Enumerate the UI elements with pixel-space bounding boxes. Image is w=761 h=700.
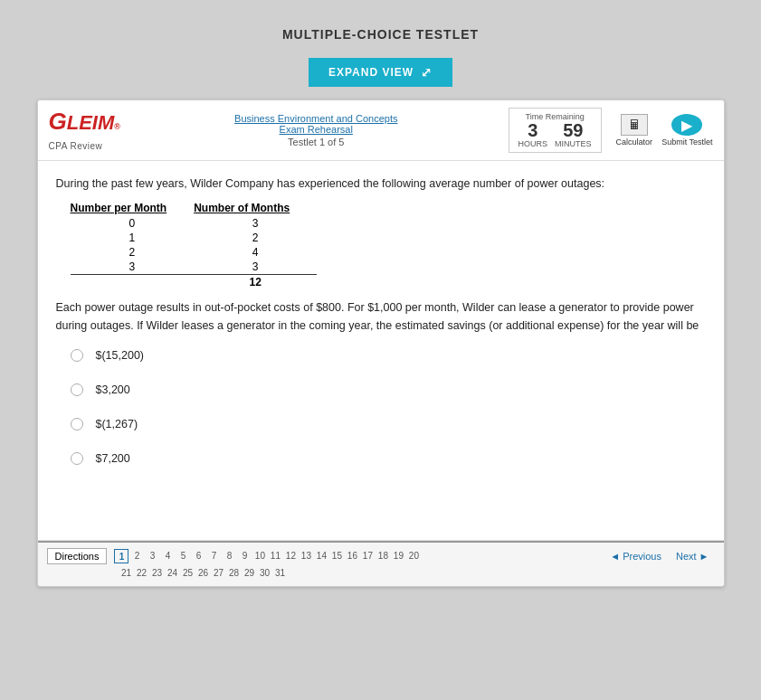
page-num-19[interactable]: 19 — [391, 549, 405, 563]
page-num-6[interactable]: 6 — [191, 549, 205, 563]
page-num-17[interactable]: 17 — [360, 549, 375, 563]
option-label-D: $7,200 — [96, 452, 130, 465]
submit-label: Submit Testlet — [661, 137, 712, 147]
minutes-display: 59 MINUTES — [555, 121, 592, 148]
question-area: During the past few years, Wilder Compan… — [38, 161, 724, 541]
expand-icon: ⤢ — [421, 65, 433, 80]
page-num-9[interactable]: 9 — [237, 549, 252, 563]
gleim-logo: GLEIM® — [49, 109, 120, 142]
page-num-7[interactable]: 7 — [206, 549, 221, 563]
exam-info: Business Environment and Concepts Exam R… — [138, 113, 494, 148]
time-values: 3 HOURS 59 MINUTES — [518, 121, 592, 148]
col1-cell: 2 — [71, 245, 195, 260]
nav-row-1: Directions 12345678910111213141516171819… — [47, 548, 715, 564]
option-label-C: $(1,267) — [96, 418, 138, 430]
logo-subtitle: CPA Review — [49, 141, 120, 151]
next-button[interactable]: Next ► — [671, 549, 715, 563]
option-C[interactable]: $(1,267) — [56, 418, 706, 430]
page-num-8[interactable]: 8 — [222, 549, 236, 563]
page-num-24[interactable]: 24 — [166, 566, 180, 581]
table-row: 12 — [71, 231, 318, 245]
calculator-label: Calculator — [616, 137, 653, 147]
calculator-button[interactable]: 🖩 Calculator — [616, 114, 653, 147]
table-row: 24 — [71, 245, 318, 260]
col2-cell: 4 — [194, 245, 317, 260]
col1-cell: 3 — [71, 260, 195, 275]
page-num-30[interactable]: 30 — [258, 566, 272, 581]
radio-D[interactable] — [71, 452, 83, 465]
col1-header: Number per Month — [71, 202, 195, 216]
radio-B[interactable] — [71, 383, 83, 396]
minutes-number: 59 — [555, 121, 592, 139]
page-num-18[interactable]: 18 — [376, 549, 390, 563]
question-paragraph: Each power outage results in out-of-pock… — [56, 298, 706, 335]
hours-unit: HOURS — [518, 139, 548, 148]
header-actions: 🖩 Calculator ▶ Submit Testlet — [616, 114, 713, 147]
radio-A[interactable] — [71, 349, 83, 362]
previous-button[interactable]: ◄ Previous — [604, 549, 667, 563]
table-row: 33 — [71, 260, 318, 275]
page-num-27[interactable]: 27 — [212, 566, 226, 581]
page-num-11[interactable]: 11 — [268, 549, 282, 563]
question-intro: During the past few years, Wilder Compan… — [56, 175, 706, 193]
total-spacer — [71, 274, 195, 289]
page-num-10[interactable]: 10 — [252, 549, 267, 563]
page-num-25[interactable]: 25 — [181, 566, 195, 581]
progress-area: Directions 12345678910111213141516171819… — [38, 541, 724, 586]
main-container: GLEIM® CPA Review Business Environment a… — [37, 99, 725, 587]
submit-testlet-button[interactable]: ▶ Submit Testlet — [661, 114, 712, 147]
page-num-5[interactable]: 5 — [176, 549, 190, 563]
minutes-unit: MINUTES — [555, 139, 592, 148]
page-num-4[interactable]: 4 — [160, 549, 175, 563]
total-value: 12 — [194, 274, 317, 289]
col2-header: Number of Months — [194, 202, 317, 216]
page-num-28[interactable]: 28 — [227, 566, 242, 581]
directions-button[interactable]: Directions — [47, 548, 108, 564]
page-numbers-row1: 1234567891011121314151617181920 — [114, 549, 601, 563]
page-num-3[interactable]: 3 — [145, 549, 159, 563]
time-box: Time Remaining 3 HOURS 59 MINUTES — [509, 108, 602, 153]
exam-sub-link[interactable]: Exam Rehearsal — [138, 124, 494, 135]
option-label-A: $(15,200) — [96, 349, 145, 362]
page-num-29[interactable]: 29 — [243, 566, 257, 581]
page-num-31[interactable]: 31 — [273, 566, 288, 581]
exam-link[interactable]: Business Environment and Concepts — [138, 113, 494, 124]
page-num-13[interactable]: 13 — [299, 549, 313, 563]
header: GLEIM® CPA Review Business Environment a… — [38, 100, 724, 161]
col2-cell: 2 — [194, 231, 317, 245]
option-A[interactable]: $(15,200) — [56, 349, 706, 362]
submit-icon: ▶ — [671, 114, 702, 136]
page-num-14[interactable]: 14 — [314, 549, 328, 563]
hours-number: 3 — [518, 121, 548, 139]
option-label-B: $3,200 — [96, 383, 130, 396]
col2-cell: 3 — [194, 260, 317, 275]
logo-area: GLEIM® CPA Review — [49, 109, 120, 152]
page-title: MULTIPLE-CHOICE TESTLET — [282, 27, 479, 42]
page-num-16[interactable]: 16 — [345, 549, 359, 563]
page-numbers-row2: 2122232425262728293031 — [47, 566, 715, 581]
page-num-12[interactable]: 12 — [283, 549, 298, 563]
page-num-15[interactable]: 15 — [329, 549, 344, 563]
table-row: 03 — [71, 216, 318, 231]
testlet-label: Testlet 1 of 5 — [288, 137, 344, 147]
hours-display: 3 HOURS — [518, 121, 548, 148]
page-num-22[interactable]: 22 — [135, 566, 149, 581]
option-D[interactable]: $7,200 — [56, 452, 706, 465]
answer-options: $(15,200)$3,200$(1,267)$7,200 — [56, 349, 706, 465]
col1-cell: 1 — [71, 231, 195, 245]
page-num-26[interactable]: 26 — [196, 566, 211, 581]
page-num-1[interactable]: 1 — [114, 549, 128, 563]
col1-cell: 0 — [71, 216, 195, 231]
calculator-icon: 🖩 — [621, 114, 648, 136]
option-B[interactable]: $3,200 — [56, 383, 706, 396]
expand-button[interactable]: EXPAND VIEW ⤢ — [309, 58, 452, 87]
page-num-2[interactable]: 2 — [129, 549, 144, 563]
col2-cell: 3 — [194, 216, 317, 231]
page-num-21[interactable]: 21 — [119, 566, 134, 581]
radio-C[interactable] — [71, 418, 83, 430]
data-table: Number per Month Number of Months 031224… — [71, 202, 706, 289]
expand-label: EXPAND VIEW — [328, 66, 414, 79]
page-num-20[interactable]: 20 — [406, 549, 421, 563]
page-num-23[interactable]: 23 — [150, 566, 165, 581]
